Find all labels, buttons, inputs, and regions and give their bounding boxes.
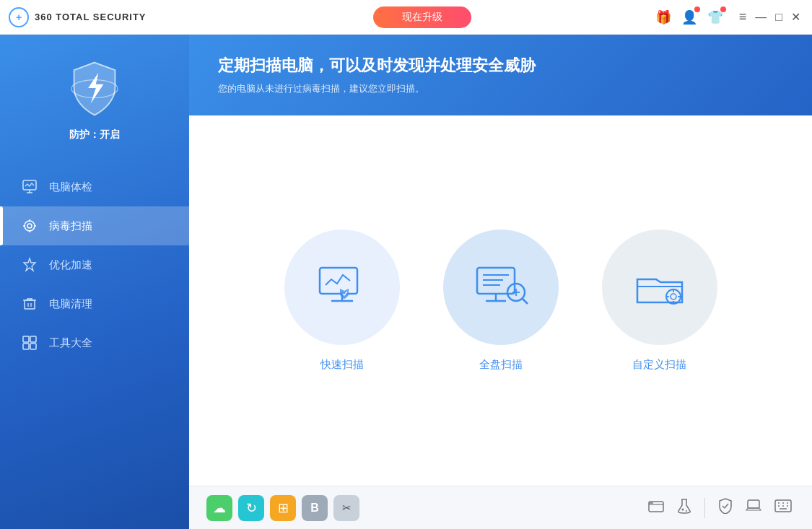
pc-checkup-label: 电脑体检	[49, 180, 92, 194]
shirt-icon[interactable]: 👕	[707, 9, 723, 25]
image-icon-btn[interactable]: ⊞	[270, 495, 296, 521]
sidebar-status: 防护：开启	[69, 128, 120, 141]
svg-line-29	[522, 298, 528, 304]
svg-rect-11	[25, 300, 35, 309]
scan-area: 快速扫描	[189, 115, 812, 486]
cloud-icon-btn[interactable]: ☁	[206, 495, 232, 521]
virus-scan-label: 病毒扫描	[49, 219, 92, 233]
user-icon[interactable]: 👤	[681, 9, 697, 25]
bottom-bar: ☁ ↻ ⊞ B ✂	[189, 486, 812, 529]
svg-rect-15	[23, 336, 29, 342]
title-bar-center: 现在升级	[189, 6, 655, 28]
close-button[interactable]: ✕	[791, 9, 800, 25]
svg-point-4	[25, 221, 35, 231]
sidebar-logo	[62, 56, 127, 121]
custom-scan-label: 自定义扫描	[632, 358, 686, 372]
shield-right-icon[interactable]	[715, 495, 735, 520]
eraser-icon-btn[interactable]: ✂	[333, 495, 359, 521]
folder-right-icon[interactable]	[645, 495, 667, 520]
full-scan-card[interactable]: 全盘扫描	[443, 229, 559, 372]
flask-icon[interactable]	[674, 495, 694, 520]
window-controls: ≡ — □ ✕	[739, 9, 800, 25]
logo-icon: +	[9, 7, 29, 27]
hamburger-icon[interactable]: ≡	[739, 9, 747, 25]
banner-title: 定期扫描电脑，可以及时发现并处理安全威胁	[218, 55, 783, 76]
optimize-label: 优化加速	[49, 258, 92, 272]
svg-point-33	[671, 294, 676, 300]
svg-rect-43	[748, 500, 759, 508]
quick-scan-label: 快速扫描	[320, 358, 364, 372]
sidebar-nav: 电脑体检 病毒扫描	[0, 167, 189, 362]
sidebar-item-virus-scan[interactable]: 病毒扫描	[0, 206, 189, 245]
refresh-icon-btn[interactable]: ↻	[238, 495, 264, 521]
minimize-button[interactable]: —	[755, 9, 767, 25]
svg-rect-17	[23, 344, 29, 349]
gift-icon[interactable]: 🎁	[655, 9, 671, 25]
bottom-right-icons	[645, 495, 795, 520]
tools-icon	[20, 333, 39, 352]
bold-icon-btn[interactable]: B	[302, 495, 328, 521]
banner-subtitle: 您的电脑从未进行过病毒扫描，建议您立即扫描。	[218, 82, 783, 95]
cleanup-icon	[20, 294, 39, 313]
tools-label: 工具大全	[49, 336, 92, 350]
sidebar-item-tools[interactable]: 工具大全	[0, 323, 189, 362]
keyboard-icon[interactable]	[772, 497, 795, 519]
app-logo: + 360 TOTAL SECURITY	[0, 7, 189, 27]
sidebar: 防护：开启 电脑体检	[0, 35, 189, 529]
pc-checkup-icon	[20, 178, 39, 196]
full-scan-circle	[443, 229, 559, 345]
svg-point-42	[686, 510, 687, 512]
svg-rect-18	[30, 344, 36, 349]
custom-scan-card[interactable]: 自定义扫描	[602, 229, 717, 372]
sidebar-item-cleanup[interactable]: 电脑清理	[0, 284, 189, 323]
svg-point-9	[27, 224, 32, 228]
upgrade-button[interactable]: 现在升级	[373, 6, 471, 28]
title-bar: + 360 TOTAL SECURITY 现在升级 🎁 👤 👕 ≡ — □ ✕	[0, 0, 812, 35]
virus-scan-icon	[20, 217, 39, 235]
title-bar-right: 🎁 👤 👕 ≡ — □ ✕	[655, 9, 812, 25]
svg-rect-16	[30, 336, 36, 342]
sidebar-item-pc-checkup[interactable]: 电脑体检	[0, 167, 189, 206]
bottom-divider	[704, 498, 705, 518]
svg-marker-10	[24, 258, 35, 271]
app-name: 360 TOTAL SECURITY	[35, 12, 147, 22]
maximize-button[interactable]: □	[775, 9, 782, 25]
sidebar-item-optimize[interactable]: 优化加速	[0, 245, 189, 284]
cleanup-label: 电脑清理	[49, 297, 92, 311]
svg-point-41	[682, 509, 684, 511]
custom-scan-circle	[602, 229, 717, 345]
full-scan-label: 全盘扫描	[479, 358, 523, 372]
optimize-icon	[20, 255, 39, 274]
banner: 定期扫描电脑，可以及时发现并处理安全威胁 您的电脑从未进行过病毒扫描，建议您立即…	[189, 35, 812, 115]
bottom-left-icons: ☁ ↻ ⊞ B ✂	[206, 495, 359, 521]
laptop-right-icon[interactable]	[743, 496, 764, 520]
quick-scan-circle	[284, 229, 400, 345]
main-layout: 防护：开启 电脑体检	[0, 35, 812, 529]
content-area: 定期扫描电脑，可以及时发现并处理安全威胁 您的电脑从未进行过病毒扫描，建议您立即…	[189, 35, 812, 529]
quick-scan-card[interactable]: 快速扫描	[284, 229, 400, 372]
